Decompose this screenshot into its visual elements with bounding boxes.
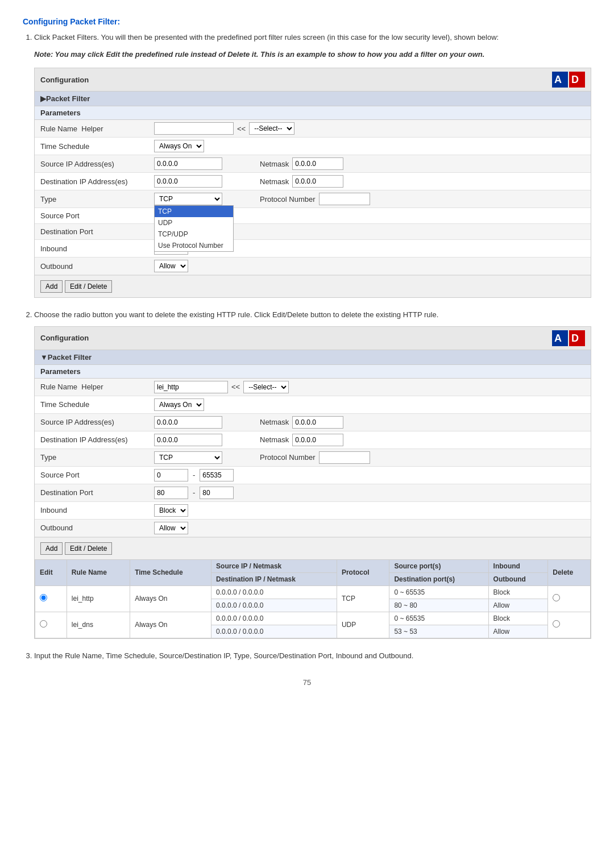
source-port-row-2: Source Port - [35, 467, 591, 484]
protocol-number-input-1[interactable] [319, 193, 370, 205]
packet-filter-header-1: ▶Packet Filter [35, 92, 591, 106]
dest-netmask-input-1[interactable] [292, 175, 343, 188]
outbound-select-1[interactable]: Allow Block [154, 260, 188, 272]
source-ip-controls-2: Netmask [154, 416, 585, 429]
type-row-1: Type TCP UDP TCP/UDP Use Protocol Number… [35, 190, 591, 208]
source-netmask-input-2[interactable] [292, 416, 343, 429]
add-button-1[interactable]: Add [40, 280, 63, 293]
radio-lei-http[interactable] [40, 594, 47, 601]
rule-name-controls-2: << --Select-- [154, 381, 585, 393]
source-netmask-label-1: Netmask [260, 160, 289, 168]
th-source-ip: Source IP / Netmask [211, 559, 337, 572]
note-text: Note: You may click Edit the predefined … [34, 49, 591, 60]
rule-name-label-2: Rule Name Helper [40, 383, 154, 391]
time-schedule-select-1[interactable]: Always On [154, 140, 204, 152]
protocol-number-input-2[interactable] [319, 451, 370, 464]
parameters-header-2: Parameters [35, 365, 591, 379]
time-schedule-controls-2: Always On [154, 398, 585, 411]
source-port-dash-2: - [192, 471, 196, 479]
rule-name-select-1[interactable]: --Select-- [249, 122, 294, 135]
dest-netmask-label-1: Netmask [260, 177, 289, 186]
th-time-schedule: Time Schedule [130, 559, 211, 585]
delete-radio-lei-dns[interactable] [553, 620, 560, 628]
th-rule-name: Rule Name [67, 559, 130, 585]
outbound-row-2: Outbound Allow Block [35, 520, 591, 537]
source-ip-input-2[interactable] [154, 416, 222, 429]
source-port-cell-2: 0 ~ 65535 [389, 612, 488, 625]
type-select-2[interactable]: TCP UDP TCP/UDP Use Protocol Number [154, 451, 222, 464]
add-button-2[interactable]: Add [40, 542, 63, 555]
source-ip-label-1: Source IP Address(es) [40, 160, 154, 168]
source-port-to-input-2[interactable] [200, 469, 234, 481]
type-dropdown-1[interactable]: TCP UDP TCP/UDP Use Protocol Number TCP … [154, 193, 222, 205]
table-row-1-top: lei_http Always On 0.0.0.0 / 0.0.0.0 TCP… [35, 585, 591, 599]
step2-text: Choose the radio button you want to dele… [34, 310, 438, 319]
dest-port-row-1: Destination Port [35, 224, 591, 240]
rule-name-prefix-1: << [237, 124, 246, 133]
dest-ip-input-2[interactable] [154, 434, 222, 446]
source-port-row-1: Source Port [35, 208, 591, 224]
rule-name-select-2[interactable]: --Select-- [243, 381, 289, 393]
dest-netmask-input-2[interactable] [292, 434, 343, 446]
delete-radio-lei-http[interactable] [553, 594, 560, 601]
time-schedule-select-2[interactable]: Always On [154, 398, 204, 411]
parameters-header-1: Parameters [35, 106, 591, 120]
config-header-2: Configuration A D [35, 327, 591, 350]
th-source-port: Source port(s) [389, 559, 488, 572]
source-ip-input-1[interactable] [154, 157, 222, 170]
rule-name-input-1[interactable] [154, 122, 234, 135]
dropdown-item-protocol-1[interactable]: Use Protocol Number [155, 240, 233, 251]
radio-cell-1[interactable] [35, 585, 67, 612]
edit-delete-button-2[interactable]: Edit / Delete [65, 542, 112, 555]
edit-delete-button-1[interactable]: Edit / Delete [65, 280, 112, 293]
th-dest-ip: Destination IP / Netmask [211, 572, 337, 585]
config-title-2: Configuration [40, 334, 89, 342]
dest-port-cell-2: 53 ~ 53 [389, 625, 488, 638]
type-select-1[interactable]: TCP UDP TCP/UDP Use Protocol Number [154, 193, 222, 205]
th-inbound: Inbound [488, 559, 548, 572]
th-outbound: Outbound [488, 572, 548, 585]
radio-lei-dns[interactable] [40, 620, 47, 628]
th-delete: Delete [548, 559, 591, 585]
type-dropdown-menu-1: TCP UDP TCP/UDP Use Protocol Number [154, 205, 234, 252]
button-row-2: Add Edit / Delete [35, 537, 591, 559]
config-box-1: Configuration A D ▶Packet Filter Paramet… [34, 68, 591, 298]
config-title-1: Configuration [40, 76, 89, 84]
inbound-cell-1: Block [488, 585, 548, 599]
outbound-controls-1: Allow Block [154, 260, 585, 272]
delete-cell-1[interactable] [548, 585, 591, 612]
svg-text:D: D [571, 74, 579, 85]
radio-cell-2[interactable] [35, 612, 67, 638]
dest-ip-cell-2: 0.0.0.0 / 0.0.0.0 [211, 625, 337, 638]
dest-port-cell-1: 80 ~ 80 [389, 599, 488, 612]
outbound-label-1: Outbound [40, 262, 154, 271]
inbound-row-2: Inbound Block Allow [35, 502, 591, 520]
time-schedule-row-2: Time Schedule Always On [35, 396, 591, 414]
source-ip-row-2: Source IP Address(es) Netmask [35, 414, 591, 431]
outbound-select-2[interactable]: Allow Block [154, 522, 188, 534]
dest-port-to-input-2[interactable] [200, 487, 234, 499]
rule-name-row-2: Rule Name Helper << --Select-- [35, 379, 591, 396]
delete-cell-2[interactable] [548, 612, 591, 638]
inbound-cell-2: Block [488, 612, 548, 625]
source-port-from-input-2[interactable] [154, 469, 188, 481]
inbound-select-2[interactable]: Block Allow [154, 504, 188, 517]
packet-filter-header-2: ▼Packet Filter [35, 350, 591, 365]
dropdown-item-udp-1[interactable]: UDP [155, 217, 233, 229]
rule-name-cell-2: lei_dns [67, 612, 130, 638]
type-label-2: Type [40, 453, 154, 462]
rule-name-cell-1: lei_http [67, 585, 130, 612]
dest-netmask-label-2: Netmask [260, 435, 289, 444]
dest-ip-input-1[interactable] [154, 175, 222, 188]
time-schedule-label-2: Time Schedule [40, 400, 154, 409]
dropdown-item-tcp-1[interactable]: TCP [155, 206, 233, 217]
step1-text: Click Packet Filters. You will then be p… [34, 33, 499, 41]
rule-name-input-2[interactable] [154, 381, 228, 393]
source-port-label-1: Source Port [40, 211, 154, 220]
dest-port-from-input-2[interactable] [154, 487, 188, 499]
time-schedule-cell-2: Always On [130, 612, 211, 638]
protocol-cell-1: TCP [337, 585, 389, 612]
source-netmask-input-1[interactable] [292, 157, 343, 170]
dropdown-item-tcpudp-1[interactable]: TCP/UDP [155, 229, 233, 240]
source-ip-controls-1: Netmask [154, 157, 585, 170]
